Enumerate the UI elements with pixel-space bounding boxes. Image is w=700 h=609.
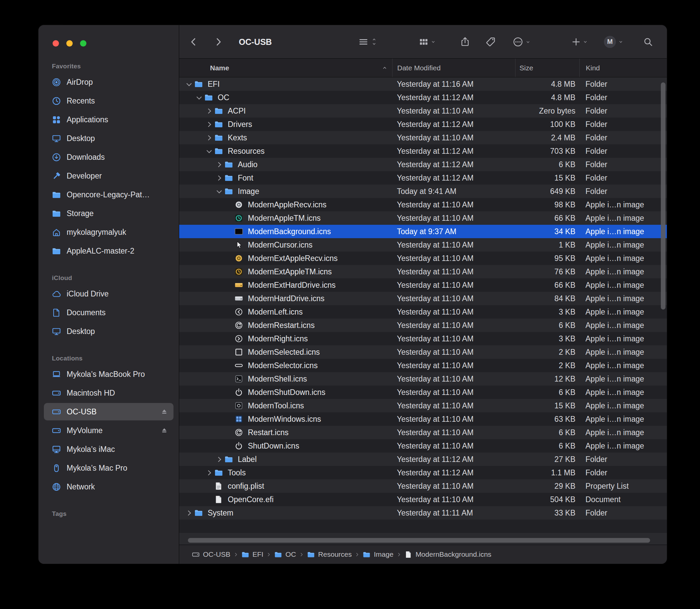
kind-cell: Apple i…n image	[579, 225, 667, 238]
file-row-modernwindows-icns[interactable]: ModernWindows.icns Yesterday at 11:10 AM…	[179, 412, 667, 426]
sidebar-item-network[interactable]: Network	[44, 478, 174, 495]
disclosure-closed-icon[interactable]	[204, 131, 214, 144]
kind-cell: Folder	[579, 466, 667, 480]
sidebar-item-documents[interactable]: Documents	[44, 304, 174, 321]
sidebar-item-applealc-master-2[interactable]: AppleALC-master-2	[44, 242, 174, 260]
column-header-date-modified[interactable]: Date Modified	[392, 58, 515, 77]
file-row-image[interactable]: Image Today at 9:41 AM 649 KB Folder	[179, 185, 667, 198]
path-item-resources[interactable]: Resources	[307, 551, 352, 558]
column-header-kind[interactable]: Kind	[579, 58, 667, 77]
path-item-image[interactable]: Image	[363, 551, 393, 558]
file-row-modernapplerecv-icns[interactable]: ModernAppleRecv.icns Yesterday at 11:10 …	[179, 198, 667, 211]
file-row-modernselected-icns[interactable]: ModernSelected.icns Yesterday at 11:10 A…	[179, 345, 667, 359]
file-row-modernappletm-icns[interactable]: ModernAppleTM.icns Yesterday at 11:10 AM…	[179, 211, 667, 225]
vertical-scrollbar[interactable]	[661, 82, 665, 310]
sidebar-item-developer[interactable]: Developer	[44, 167, 174, 185]
sidebar-item-mykola-s-imac[interactable]: Mykola’s iMac	[44, 440, 174, 458]
tag-button[interactable]	[485, 36, 496, 47]
disclosure-open-icon[interactable]	[184, 77, 194, 91]
file-row-kexts[interactable]: Kexts Yesterday at 11:10 AM 2.4 MB Folde…	[179, 131, 667, 144]
file-row-modernleft-icns[interactable]: ModernLeft.icns Yesterday at 11:10 AM 3 …	[179, 305, 667, 318]
file-row-audio[interactable]: Audio Yesterday at 11:12 AM 6 KB Folder	[179, 158, 667, 171]
sidebar-item-applications[interactable]: Applications	[44, 111, 174, 128]
disclosure-open-icon[interactable]	[214, 185, 224, 198]
sidebar-item-macintosh-hd[interactable]: Macintosh HD	[44, 384, 174, 402]
sidebar-item-downloads[interactable]: Downloads	[44, 149, 174, 166]
size-cell: 63 KB	[515, 412, 579, 426]
sidebar-item-mykola-s-mac-pro[interactable]: Mykola’s Mac Pro	[44, 459, 174, 477]
group-button[interactable]	[419, 37, 435, 47]
search-button[interactable]	[643, 37, 653, 47]
file-row-modernshutdown-icns[interactable]: ModernShutDown.icns Yesterday at 11:10 A…	[179, 386, 667, 399]
sidebar-item-icloud-drive[interactable]: iCloud Drive	[44, 285, 174, 302]
path-item-oc-usb[interactable]: OC-USB	[192, 551, 230, 558]
close-button[interactable]	[53, 40, 59, 47]
file-row-opencore-efi[interactable]: OpenCore.efi Yesterday at 11:10 AM 504 K…	[179, 493, 667, 506]
disclosure-closed-icon[interactable]	[184, 506, 194, 520]
zoom-button[interactable]	[80, 40, 86, 47]
file-row-modernrestart-icns[interactable]: ModernRestart.icns Yesterday at 11:10 AM…	[179, 318, 667, 332]
share-button[interactable]	[460, 36, 470, 47]
file-row-font[interactable]: Font Yesterday at 11:12 AM 15 KB Folder	[179, 171, 667, 185]
sidebar: FavoritesAirDropRecentsApplicationsDeskt…	[38, 25, 179, 564]
account-button[interactable]: M	[604, 36, 623, 48]
column-header-size[interactable]: Size	[515, 58, 579, 77]
back-button[interactable]	[189, 37, 198, 46]
disclosure-open-icon[interactable]	[204, 144, 214, 158]
new-item-button[interactable]	[572, 37, 588, 46]
sidebar-item-recents[interactable]: Recents	[44, 92, 174, 109]
disclosure-closed-icon[interactable]	[204, 118, 214, 131]
view-mode-button[interactable]	[359, 37, 376, 47]
file-row-label[interactable]: Label Yesterday at 11:12 AM 27 KB Folder	[179, 453, 667, 466]
sidebar-item-mykola-s-macbook-pro[interactable]: Mykola’s MacBook Pro	[44, 365, 174, 383]
disclosure-closed-icon[interactable]	[204, 466, 214, 480]
file-row-drivers[interactable]: Drivers Yesterday at 11:12 AM 100 KB Fol…	[179, 118, 667, 131]
sidebar-item-airdrop[interactable]: AirDrop	[44, 73, 174, 91]
disclosure-closed-icon[interactable]	[214, 171, 224, 185]
file-row-restart-icns[interactable]: Restart.icns Yesterday at 11:10 AM 6 KB …	[179, 426, 667, 439]
forward-button[interactable]	[214, 37, 223, 46]
sidebar-item-mykolagrymalyuk[interactable]: mykolagrymalyuk	[44, 223, 174, 241]
disclosure-open-icon[interactable]	[194, 91, 204, 104]
date-modified-cell: Yesterday at 11:10 AM	[392, 345, 515, 359]
disclosure-closed-icon[interactable]	[214, 453, 224, 466]
file-name: ModernTool.icns	[248, 401, 304, 410]
horizontal-scrollbar[interactable]	[188, 538, 650, 543]
sidebar-item-oc-usb[interactable]: OC-USB	[44, 403, 174, 420]
size-cell: 66 KB	[515, 278, 579, 292]
eject-icon[interactable]	[160, 408, 168, 416]
file-row-acpi[interactable]: ACPI Yesterday at 11:10 AM Zero bytes Fo…	[179, 104, 667, 118]
file-row-modernextappletm-icns[interactable]: ModernExtAppleTM.icns Yesterday at 11:10…	[179, 265, 667, 278]
disclosure-closed-icon[interactable]	[204, 104, 214, 118]
more-options-button[interactable]	[513, 36, 530, 47]
sidebar-item-opencore-legacy-pat[interactable]: Opencore-Legacy-Pat…	[44, 186, 174, 203]
path-item-oc[interactable]: OC	[274, 551, 296, 558]
column-header-name[interactable]: Name	[179, 58, 392, 77]
file-row-modernshell-icns[interactable]: ModernShell.icns Yesterday at 11:10 AM 1…	[179, 372, 667, 386]
file-row-modernright-icns[interactable]: ModernRight.icns Yesterday at 11:10 AM 3…	[179, 332, 667, 345]
file-row-moderntool-icns[interactable]: ModernTool.icns Yesterday at 11:10 AM 15…	[179, 399, 667, 412]
file-row-modernextapplerecv-icns[interactable]: ModernExtAppleRecv.icns Yesterday at 11:…	[179, 251, 667, 265]
file-row-moderncursor-icns[interactable]: ModernCursor.icns Yesterday at 11:10 AM …	[179, 238, 667, 251]
minimize-button[interactable]	[66, 40, 73, 47]
path-item-modernbackground-icns[interactable]: ModernBackground.icns	[405, 551, 491, 558]
file-row-modernextharddrive-icns[interactable]: ModernExtHardDrive.icns Yesterday at 11:…	[179, 278, 667, 292]
sidebar-item-desktop[interactable]: Desktop	[44, 129, 174, 147]
path-item-efi[interactable]: EFI	[242, 551, 264, 558]
file-row-efi[interactable]: EFI Yesterday at 11:16 AM 4.8 MB Folder	[179, 77, 667, 91]
file-row-modernharddrive-icns[interactable]: ModernHardDrive.icns Yesterday at 11:10 …	[179, 292, 667, 305]
file-row-oc[interactable]: OC Yesterday at 11:12 AM 4.8 MB Folder	[179, 91, 667, 104]
sidebar-item-myvolume[interactable]: MyVolume	[44, 422, 174, 439]
file-row-config-plist[interactable]: config.plist Yesterday at 11:10 AM 29 KB…	[179, 480, 667, 493]
file-row-modernselector-icns[interactable]: ModernSelector.icns Yesterday at 11:10 A…	[179, 359, 667, 372]
file-row-resources[interactable]: Resources Yesterday at 11:12 AM 703 KB F…	[179, 144, 667, 158]
sidebar-item-storage[interactable]: Storage	[44, 205, 174, 222]
file-row-tools[interactable]: Tools Yesterday at 11:12 AM 1.1 MB Folde…	[179, 466, 667, 480]
file-row-shutdown-icns[interactable]: ShutDown.icns Yesterday at 11:10 AM 6 KB…	[179, 439, 667, 453]
ring-gray-icon	[234, 200, 244, 209]
file-row-system[interactable]: System Yesterday at 11:11 AM 33 KB Folde…	[179, 506, 667, 520]
eject-icon[interactable]	[160, 427, 168, 434]
disclosure-closed-icon[interactable]	[214, 158, 224, 171]
sidebar-item-desktop[interactable]: Desktop	[44, 323, 174, 340]
file-row-modernbackground-icns[interactable]: ModernBackground.icns Today at 9:37 AM 3…	[179, 225, 667, 238]
